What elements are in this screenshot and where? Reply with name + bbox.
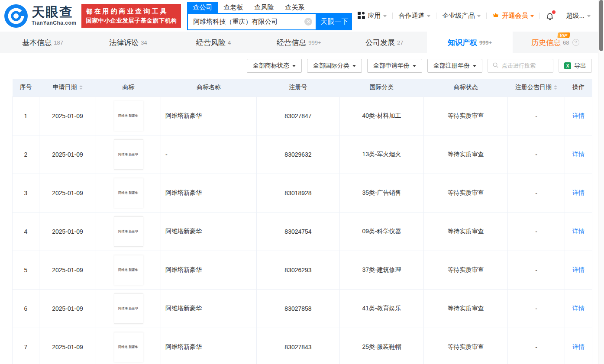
cell-index: 4 [13, 212, 39, 251]
search-type-tabs: 查公司查老板查风险查关系 [187, 1, 352, 13]
search-type-tab-1[interactable]: 查公司 [187, 2, 218, 13]
cell-apply-date: 2025-01-09 [39, 251, 96, 289]
cell-apply-date: 2025-01-09 [39, 174, 96, 212]
chevron-down-icon [427, 15, 430, 17]
column-header-申请日期[interactable]: 申请日期 [39, 79, 96, 97]
search-type-tab-4[interactable]: 查关系 [279, 2, 310, 13]
trademark-image[interactable]: 阿维塔 新豪华 [114, 216, 143, 247]
cell-index: 3 [13, 174, 39, 212]
cell-registration-no: 83026293 [257, 251, 340, 289]
cell-action: 详情 [565, 251, 592, 289]
cell-trademark: 阿维塔 新豪华 [96, 328, 161, 364]
clear-search-icon[interactable]: ✕ [304, 18, 312, 26]
cell-publish-date: - [508, 212, 565, 251]
nav-item-2[interactable]: 合作通道 [393, 12, 436, 20]
cell-publish-date: - [508, 174, 565, 212]
chevron-down-icon [473, 65, 476, 67]
search-type-tab-3[interactable]: 查风险 [249, 2, 279, 13]
tab-历史信息[interactable]: VIP历史信息68? [513, 32, 598, 53]
tab-经营信息[interactable]: 经营信息999+ [256, 32, 342, 53]
cell-apply-date: 2025-01-09 [39, 212, 96, 251]
cell-status: 等待实质审查 [424, 135, 508, 174]
nav-item-label: 合作通道 [398, 12, 424, 20]
trademark-image[interactable]: 阿维塔 新豪华 [114, 332, 143, 362]
trademark-image-text: 阿维塔 新豪华 [118, 190, 138, 195]
sort-icon[interactable] [554, 85, 557, 90]
tab-经营风险[interactable]: 经营风险4 [171, 32, 256, 53]
table-row: 12025-01-09阿维塔 新豪华阿维塔新豪华8302784740类-材料加工… [13, 97, 592, 135]
sort-icon[interactable] [79, 85, 83, 90]
detail-link[interactable]: 详情 [572, 343, 585, 350]
filter-dropdown-2[interactable]: 全部国际分类 [307, 59, 362, 73]
column-header-label: 操作 [572, 84, 585, 91]
trademark-image-text: 阿维塔 新豪华 [118, 113, 138, 118]
tab-基本信息[interactable]: 基本信息187 [0, 32, 85, 53]
trademark-image[interactable]: 阿维塔 新豪华 [114, 293, 143, 324]
detail-link[interactable]: 详情 [572, 151, 585, 158]
cell-action: 详情 [565, 97, 592, 135]
search-button[interactable]: 天眼一下 [317, 13, 352, 30]
search-type-tab-2[interactable]: 查老板 [218, 2, 249, 13]
column-header-商标状态: 商标状态 [424, 79, 508, 97]
main-content: 全部商标状态全部国际分类全部申请年份全部注册年份 点击进行搜索 X 导出 序号申… [0, 53, 604, 364]
detail-link[interactable]: 详情 [572, 189, 585, 196]
nav-item-3[interactable]: 企业级产品 [436, 12, 486, 20]
filter-dropdown-3[interactable]: 全部申请年份 [367, 59, 422, 73]
tab-label: 法律诉讼 [109, 38, 139, 48]
detail-link[interactable]: 详情 [572, 228, 585, 235]
column-header-注册公告日期[interactable]: 注册公告日期 [508, 79, 565, 97]
cell-publish-date: - [508, 328, 565, 364]
export-button[interactable]: X 导出 [559, 59, 592, 73]
trademark-image[interactable]: 阿维塔 新豪华 [114, 178, 143, 208]
trademark-image-text: 阿维塔 新豪华 [118, 267, 138, 272]
trademark-image[interactable]: 阿维塔 新豪华 [114, 255, 143, 285]
tianyancha-logo[interactable]: 天眼查 TianYanCha.com [4, 4, 76, 28]
detail-link[interactable]: 详情 [572, 305, 585, 312]
search-area: 查公司查老板查风险查关系 ✕ 天眼一下 [187, 1, 352, 30]
cell-apply-date: 2025-01-09 [39, 135, 96, 174]
nav-item-4[interactable]: 开通会员 [487, 12, 539, 20]
chevron-down-icon [413, 65, 416, 67]
nav-item-label: 开通会员 [502, 12, 528, 20]
cell-status: 等待实质审查 [424, 251, 508, 289]
detail-link[interactable]: 详情 [572, 266, 585, 273]
company-search-input[interactable] [192, 18, 304, 26]
filter-dropdown-4[interactable]: 全部注册年份 [427, 59, 482, 73]
cell-trademark-name: 阿维塔新豪华 [161, 328, 257, 364]
trademark-image[interactable]: 阿维塔 新豪华 [114, 101, 143, 131]
vertical-scrollbar[interactable] [598, 0, 604, 364]
cell-index: 5 [13, 251, 39, 289]
tab-公司发展[interactable]: 公司发展27 [342, 32, 427, 53]
table-search-box[interactable]: 点击进行搜索 [488, 59, 553, 73]
logo-subtitle: TianYanCha.com [32, 20, 76, 26]
cell-status: 等待实质审查 [424, 212, 508, 251]
chevron-down-icon [352, 65, 356, 67]
trademark-image[interactable]: 阿维塔 新豪华 [114, 139, 143, 170]
table-header-row: 序号申请日期商标商标名称注册号国际分类商标状态注册公告日期操作 [13, 79, 592, 97]
filter-dropdown-1[interactable]: 全部商标状态 [247, 59, 302, 73]
cell-trademark: 阿维塔 新豪华 [96, 135, 161, 174]
scrollbar-thumb[interactable] [599, 0, 603, 51]
nav-item-5[interactable] [540, 12, 560, 20]
tab-count: 4 [228, 39, 231, 46]
trademark-image-text: 阿维塔 新豪华 [118, 152, 138, 156]
table-row: 72025-01-09阿维塔 新豪华阿维塔新豪华8302784325类-服装鞋帽… [13, 328, 592, 364]
cell-intl-class: 35类-广告销售 [340, 174, 424, 212]
nav-item-6[interactable]: 超级... [560, 12, 596, 20]
cell-trademark-name: - [161, 135, 257, 174]
help-icon[interactable]: ? [572, 39, 579, 46]
column-header-注册号: 注册号 [257, 79, 340, 97]
column-header-label: 国际分类 [370, 84, 394, 91]
column-header-商标名称: 商标名称 [161, 79, 257, 97]
tab-知识产权[interactable]: 知识产权999+ [427, 32, 512, 53]
cell-trademark: 阿维塔 新豪华 [96, 97, 161, 135]
table-row: 62025-01-09阿维塔 新豪华阿维塔新豪华8302785841类-教育娱乐… [13, 289, 592, 328]
column-header-label: 注册公告日期 [515, 84, 557, 91]
company-section-tabs: 基本信息187法律诉讼34经营风险4经营信息999+公司发展27知识产权999+… [0, 32, 598, 53]
cell-apply-date: 2025-01-09 [39, 328, 96, 364]
cell-action: 详情 [565, 212, 592, 251]
detail-link[interactable]: 详情 [572, 112, 585, 119]
tab-法律诉讼[interactable]: 法律诉讼34 [85, 32, 171, 53]
vip-badge: VIP [557, 32, 570, 38]
nav-item-1[interactable]: 应用 [352, 12, 392, 20]
